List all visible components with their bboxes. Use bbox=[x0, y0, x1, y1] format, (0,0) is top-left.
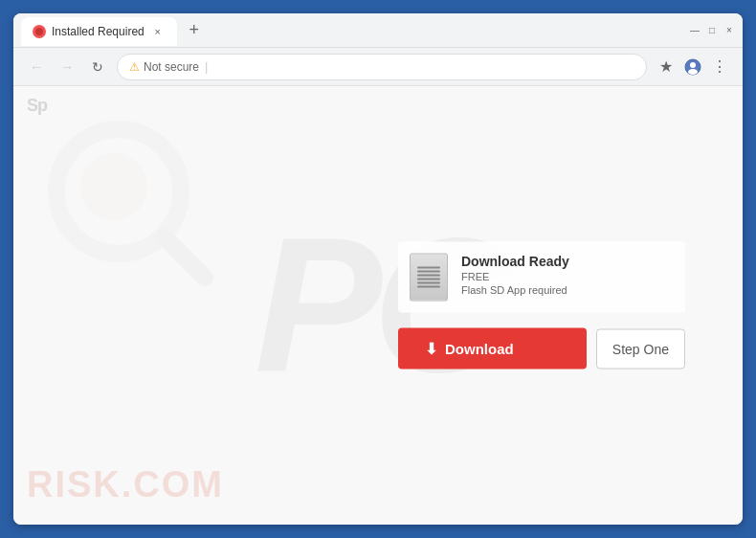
file-line-5 bbox=[417, 282, 440, 284]
svg-line-5 bbox=[165, 237, 205, 278]
profile-button[interactable] bbox=[681, 56, 704, 78]
warning-icon: ⚠ bbox=[129, 60, 140, 74]
close-window-button[interactable]: × bbox=[723, 25, 735, 36]
address-bar-right: ★ ⋮ bbox=[655, 56, 731, 78]
url-separator: | bbox=[205, 59, 208, 74]
window-controls: — □ × bbox=[689, 25, 735, 36]
profile-icon bbox=[684, 58, 701, 76]
page-content: PC Sp RISK.COM bbox=[13, 86, 743, 525]
new-tab-button[interactable]: + bbox=[181, 17, 208, 44]
site-logo: Sp bbox=[27, 96, 47, 116]
step-one-button[interactable]: Step One bbox=[596, 328, 685, 369]
url-bar[interactable]: ⚠ Not secure | bbox=[117, 54, 647, 80]
forward-button[interactable]: → bbox=[56, 56, 78, 78]
svg-point-4 bbox=[80, 153, 147, 220]
title-bar-left: Installed Required × + bbox=[21, 14, 689, 46]
browser-tab[interactable]: Installed Required × bbox=[21, 17, 177, 46]
download-free-label: FREE bbox=[461, 271, 569, 282]
browser-window: Installed Required × + — □ × ← → ↻ ⚠ Not… bbox=[13, 13, 743, 525]
minimize-button[interactable]: — bbox=[689, 25, 700, 36]
file-line-6 bbox=[417, 286, 440, 288]
tab-title: Installed Required bbox=[52, 25, 145, 38]
file-line-3 bbox=[417, 275, 440, 277]
svg-point-1 bbox=[690, 62, 696, 68]
download-ready-title: Download Ready bbox=[461, 254, 569, 269]
download-details: Download Ready FREE Flash SD App require… bbox=[461, 254, 569, 296]
download-button-label: Download bbox=[445, 341, 514, 357]
security-label: Not secure bbox=[144, 60, 199, 74]
download-icon: ⬇ bbox=[425, 340, 437, 358]
file-line-2 bbox=[417, 271, 440, 273]
bottom-watermark: RISK.COM bbox=[27, 464, 224, 505]
download-subtitle: Flash SD App required bbox=[461, 284, 569, 296]
magnifier-background-icon bbox=[42, 115, 214, 287]
file-line-4 bbox=[417, 279, 440, 280]
file-icon bbox=[410, 254, 448, 302]
download-info-box: Download Ready FREE Flash SD App require… bbox=[398, 242, 685, 313]
maximize-button[interactable]: □ bbox=[706, 25, 718, 36]
title-bar: Installed Required × + — □ × bbox=[13, 13, 743, 48]
menu-button[interactable]: ⋮ bbox=[708, 56, 731, 78]
address-bar: ← → ↻ ⚠ Not secure | ★ ⋮ bbox=[13, 48, 743, 86]
bookmark-button[interactable]: ★ bbox=[655, 56, 678, 78]
download-button[interactable]: ⬇ Download bbox=[398, 328, 587, 370]
security-indicator: ⚠ Not secure bbox=[129, 60, 199, 74]
file-line-1 bbox=[417, 267, 440, 269]
tab-favicon bbox=[33, 25, 46, 38]
content-card: Download Ready FREE Flash SD App require… bbox=[398, 242, 685, 370]
back-button[interactable]: ← bbox=[25, 56, 48, 78]
button-row: ⬇ Download Step One bbox=[398, 328, 685, 370]
refresh-button[interactable]: ↻ bbox=[86, 56, 109, 78]
file-lines bbox=[417, 267, 440, 288]
svg-point-2 bbox=[688, 69, 698, 75]
tab-close-button[interactable]: × bbox=[150, 24, 166, 39]
